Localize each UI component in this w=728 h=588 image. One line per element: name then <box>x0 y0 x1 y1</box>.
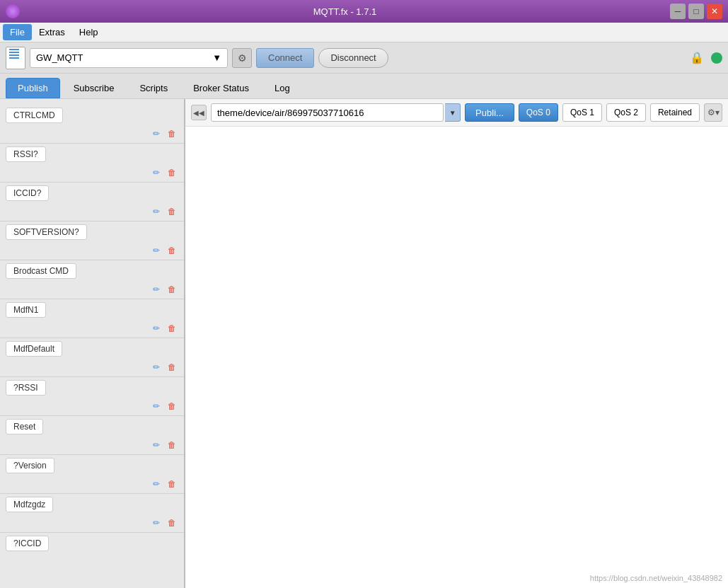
tab-subscribe[interactable]: Subscribe <box>62 78 127 98</box>
lock-icon: 🔒 <box>687 48 707 68</box>
settings-gear-icon: ⚙▾ <box>707 108 720 117</box>
connection-status-dot <box>711 52 722 64</box>
cmd-mdfzgdz-button[interactable]: Mdfzgdz <box>6 497 53 512</box>
window-controls: ─ □ ✕ <box>670 4 722 19</box>
cmd-mdfdefault-actions: ✏ 🗑 <box>0 359 184 377</box>
cmd-ctrlcmd-button[interactable]: CTRLCMD <box>6 108 63 123</box>
edit-mdfzgdz-icon[interactable]: ✏ <box>150 517 163 529</box>
edit-qrssi-icon[interactable]: ✏ <box>150 400 163 413</box>
cmd-reset-button[interactable]: Reset <box>6 419 43 434</box>
cmd-softversion-button[interactable]: SOFTVERSION? <box>6 224 87 240</box>
tab-scripts[interactable]: Scripts <box>127 78 180 98</box>
cmd-reset-actions: ✏ 🗑 <box>0 437 184 455</box>
qos0-button[interactable]: QoS 0 <box>519 103 558 122</box>
edit-ctrlcmd-icon[interactable]: ✏ <box>150 127 163 140</box>
delete-version-icon[interactable]: 🗑 <box>166 478 178 490</box>
delete-brodcast-icon[interactable]: 🗑 <box>166 283 178 296</box>
connection-name: GW_MQTT <box>36 52 83 63</box>
list-item: ?RSSI <box>0 377 184 398</box>
cmd-mdfn1-button[interactable]: MdfN1 <box>6 302 46 318</box>
list-item: MdfDefault <box>0 338 184 359</box>
cmd-brodcast-button[interactable]: Brodcast CMD <box>6 263 76 279</box>
publish-button[interactable]: Publi... <box>465 103 514 122</box>
edit-mdfdefault-icon[interactable]: ✏ <box>150 361 163 374</box>
edit-mdfn1-icon[interactable]: ✏ <box>150 322 163 335</box>
list-item: ICCID? <box>0 183 184 204</box>
disconnect-button[interactable]: Disconnect <box>318 48 388 68</box>
cmd-ctrlcmd-actions: ✏ 🗑 <box>0 126 184 144</box>
dropdown-arrow-icon: ▼ <box>212 52 221 63</box>
qos2-button[interactable]: QoS 2 <box>606 103 646 122</box>
cmd-mdfzgdz-actions: ✏ 🗑 <box>0 515 184 533</box>
delete-iccid-icon[interactable]: 🗑 <box>166 205 178 218</box>
left-panel: CTRLCMD ✏ 🗑 RSSI? ✏ 🗑 ICCID? ✏ 🗑 <box>0 99 185 588</box>
cmd-qrssi-actions: ✏ 🗑 <box>0 398 184 416</box>
delete-mdfzgdz-icon[interactable]: 🗑 <box>166 517 178 529</box>
edit-iccid-icon[interactable]: ✏ <box>150 205 163 218</box>
window-title: MQTT.fx - 1.7.1 <box>20 6 670 17</box>
toolbar: GW_MQTT ▼ ⚙ Connect Disconnect 🔒 <box>0 42 728 74</box>
list-item: ?ICCID <box>0 533 184 554</box>
edit-rssi-icon[interactable]: ✏ <box>150 166 163 179</box>
menu-help[interactable]: Help <box>72 24 105 40</box>
collapse-icon: ◀◀ <box>193 109 204 117</box>
edit-brodcast-icon[interactable]: ✏ <box>150 283 163 296</box>
document-icon <box>6 47 25 69</box>
cmd-brodcast-actions: ✏ 🗑 <box>0 282 184 299</box>
topic-input[interactable] <box>211 103 444 122</box>
tab-bar: Publish Subscribe Scripts Broker Status … <box>0 74 728 99</box>
message-area[interactable] <box>185 127 728 588</box>
cmd-rssi-actions: ✏ 🗑 <box>0 165 184 183</box>
delete-reset-icon[interactable]: 🗑 <box>166 439 178 451</box>
close-button[interactable]: ✕ <box>707 4 722 19</box>
list-item: CTRLCMD <box>0 105 184 126</box>
retained-button[interactable]: Retained <box>650 103 700 122</box>
connection-dropdown[interactable]: GW_MQTT ▼ <box>30 48 228 68</box>
cmd-qrssi-button[interactable]: ?RSSI <box>6 380 46 396</box>
main-content: CTRLCMD ✏ 🗑 RSSI? ✏ 🗑 ICCID? ✏ 🗑 <box>0 99 728 588</box>
list-item: Mdfzgdz <box>0 494 184 515</box>
right-panel: ◀◀ ▼ Publi... QoS 0 QoS 1 QoS 2 Retained… <box>185 99 728 588</box>
app-logo <box>6 4 20 18</box>
command-list: CTRLCMD ✏ 🗑 RSSI? ✏ 🗑 ICCID? ✏ 🗑 <box>0 99 184 560</box>
menu-file[interactable]: File <box>3 24 32 40</box>
menu-bar: File Extras Help <box>0 23 728 42</box>
list-item: SOFTVERSION? <box>0 221 184 243</box>
edit-version-icon[interactable]: ✏ <box>150 478 163 490</box>
cmd-version-button[interactable]: ?Version <box>6 458 54 473</box>
list-item: Brodcast CMD <box>0 260 184 282</box>
title-bar: MQTT.fx - 1.7.1 ─ □ ✕ <box>0 0 728 23</box>
menu-extras[interactable]: Extras <box>32 24 72 40</box>
edit-reset-icon[interactable]: ✏ <box>150 439 163 451</box>
cmd-mdfdefault-button[interactable]: MdfDefault <box>6 341 62 357</box>
tab-publish[interactable]: Publish <box>6 78 60 98</box>
maximize-button[interactable]: □ <box>688 4 704 19</box>
settings-gear-button[interactable]: ⚙ <box>232 48 252 68</box>
minimize-button[interactable]: ─ <box>670 4 686 19</box>
delete-softversion-icon[interactable]: 🗑 <box>166 244 178 257</box>
tab-log[interactable]: Log <box>262 78 302 98</box>
cmd-version-actions: ✏ 🗑 <box>0 476 184 494</box>
tab-broker-status[interactable]: Broker Status <box>181 78 261 98</box>
cmd-rssi-button[interactable]: RSSI? <box>6 146 46 162</box>
topic-dropdown-button[interactable]: ▼ <box>445 103 461 122</box>
list-item: ?Version <box>0 455 184 476</box>
publish-settings-button[interactable]: ⚙▾ <box>704 103 722 122</box>
collapse-panel-button[interactable]: ◀◀ <box>191 105 207 120</box>
connect-button[interactable]: Connect <box>256 48 314 68</box>
list-item: Reset <box>0 416 184 437</box>
delete-rssi-icon[interactable]: 🗑 <box>166 166 178 179</box>
delete-qrssi-icon[interactable]: 🗑 <box>166 400 178 413</box>
cmd-iccid-button[interactable]: ICCID? <box>6 185 49 201</box>
delete-mdfn1-icon[interactable]: 🗑 <box>166 322 178 335</box>
watermark: https://blog.csdn.net/weixin_43848982 <box>590 574 722 582</box>
cmd-softversion-actions: ✏ 🗑 <box>0 243 184 260</box>
list-item: RSSI? <box>0 144 184 165</box>
qos1-button[interactable]: QoS 1 <box>562 103 602 122</box>
delete-ctrlcmd-icon[interactable]: 🗑 <box>166 127 178 140</box>
cmd-mdfn1-actions: ✏ 🗑 <box>0 321 184 338</box>
publish-toolbar: ◀◀ ▼ Publi... QoS 0 QoS 1 QoS 2 Retained… <box>185 99 728 127</box>
delete-mdfdefault-icon[interactable]: 🗑 <box>166 361 178 374</box>
cmd-qiccid-button[interactable]: ?ICCID <box>6 536 49 551</box>
edit-softversion-icon[interactable]: ✏ <box>150 244 163 257</box>
